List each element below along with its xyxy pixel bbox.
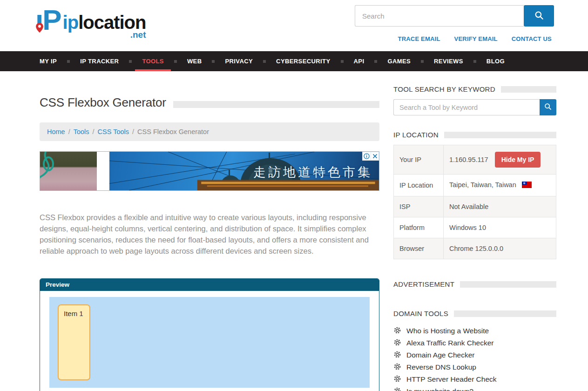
tool-search-input[interactable] [393, 99, 540, 115]
nav-item-api[interactable]: API [347, 51, 372, 71]
main-nav: MY IP IP TRACKER TOOLS WEB PRIVACY CYBER… [0, 51, 588, 71]
ad-controls [362, 152, 379, 161]
breadcrumb-home-link[interactable]: Home [47, 128, 65, 135]
nav-item-games[interactable]: GAMES [380, 51, 418, 71]
nav-item-privacy[interactable]: PRIVACY [218, 51, 260, 71]
ip-row-label: ISP [394, 196, 444, 217]
ad-info-icon[interactable] [363, 152, 371, 160]
verify-email-link[interactable]: VERIFY EMAIL [454, 35, 498, 42]
gear-icon [393, 375, 401, 384]
ip-row-label: Browser [394, 238, 444, 259]
nav-separator-icon [341, 60, 344, 63]
ad-close-icon[interactable] [371, 152, 378, 160]
trace-email-link[interactable]: TRACE EMAIL [398, 35, 440, 42]
heading-decoration-bar [501, 86, 556, 93]
nav-separator-icon [67, 60, 70, 63]
list-item[interactable]: Reverse DNS Lookup [393, 361, 556, 373]
ip-location-value: Taipei, Taiwan, Taiwan [449, 181, 516, 189]
contact-us-link[interactable]: CONTACT US [512, 35, 552, 42]
list-item[interactable]: Alexa Traffic Rank Checker [393, 337, 556, 349]
ip-row-value: Taipei, Taiwan, Taiwan [444, 175, 556, 196]
header-links: TRACE EMAIL VERIFY EMAIL CONTACT US [398, 35, 552, 42]
list-item[interactable]: HTTP Server Header Check [393, 373, 556, 385]
site-logo[interactable]: ıP iplocation .net [35, 2, 146, 40]
heading-decoration-bar [454, 310, 556, 317]
table-row: Your IP 1.160.95.117 Hide My IP [394, 145, 556, 175]
logo-text: iplocation .net [63, 13, 146, 40]
domain-tool-link[interactable]: HTTP Server Header Check [406, 375, 497, 384]
nav-item-tools[interactable]: TOOLS [135, 51, 171, 71]
domain-tool-link[interactable]: Is my website down? [406, 387, 473, 391]
content-column: CSS Flexbox Generator Home/Tools/CSS Too… [40, 95, 379, 391]
tool-search-box [393, 99, 556, 115]
nav-item-web[interactable]: WEB [180, 51, 209, 71]
logo-text-ip: ip [63, 12, 79, 33]
nav-separator-icon [374, 60, 377, 63]
domain-tool-link[interactable]: Alexa Traffic Rank Checker [406, 339, 494, 347]
table-row: ISP Not Available [394, 196, 556, 217]
advertisement-heading-label: ADVERTISEMENT [393, 280, 454, 288]
tool-search-button[interactable] [540, 99, 556, 115]
nav-item-ip-tracker[interactable]: IP TRACKER [73, 51, 126, 71]
domain-tool-link[interactable]: Domain Age Checker [406, 351, 474, 359]
nav-separator-icon [473, 60, 476, 63]
tool-description: CSS Flexbox provides a flexible and intu… [40, 212, 370, 256]
nav-separator-icon [263, 60, 266, 63]
flexbox-preview-container: Item 1 [49, 297, 370, 388]
domain-tool-link[interactable]: Reverse DNS Lookup [406, 363, 476, 371]
tool-search-heading: TOOL SEARCH BY KEYWORD [393, 85, 556, 93]
list-item[interactable]: Who is Hosting a Website [393, 325, 556, 337]
title-row: CSS Flexbox Generator [40, 95, 379, 110]
ad-left-image [40, 152, 97, 190]
nav-item-blog[interactable]: BLOG [480, 51, 512, 71]
preview-panel-body: Item 1 [40, 291, 379, 391]
hide-my-ip-button[interactable]: Hide My IP [495, 152, 541, 168]
ip-row-value: Chrome 125.0.0.0 [444, 238, 556, 259]
location-pin-icon [36, 5, 43, 41]
ip-location-table: Your IP 1.160.95.117 Hide My IP IP Locat… [393, 145, 556, 259]
breadcrumb-tools-link[interactable]: Tools [74, 128, 89, 135]
heading-decoration-bar [460, 281, 556, 288]
search-icon [534, 10, 544, 22]
heading-decoration-bar [444, 132, 556, 138]
ip-location-heading: IP LOCATION [393, 131, 556, 139]
nav-separator-icon [129, 60, 132, 63]
ad-banner[interactable]: 走訪地道特色市集 [40, 151, 379, 191]
domain-tool-link[interactable]: Who is Hosting a Website [406, 327, 489, 335]
nav-item-cybersecurity[interactable]: CYBERSECURITY [269, 51, 337, 71]
gear-icon [393, 351, 401, 360]
header-search-button[interactable] [524, 5, 554, 27]
tool-search-heading-label: TOOL SEARCH BY KEYWORD [393, 85, 495, 93]
logo-mark: ıP [35, 2, 61, 38]
advertisement-heading: ADVERTISEMENT [393, 280, 556, 288]
ip-row-label: Your IP [394, 145, 444, 175]
site-header: ıP iplocation .net TRACE EMAIL VERIFY EM… [0, 0, 588, 51]
breadcrumb-css-tools-link[interactable]: CSS Tools [98, 128, 129, 135]
domain-tools-list: Who is Hosting a Website Alexa Traffic R… [393, 325, 556, 391]
breadcrumb-separator: / [132, 128, 134, 135]
ad-main-image: 走訪地道特色市集 [109, 152, 379, 190]
search-icon [544, 102, 552, 112]
table-row: Platform Windows 10 [394, 217, 556, 238]
nav-separator-icon [212, 60, 215, 63]
table-row: IP Location Taipei, Taiwan, Taiwan [394, 175, 556, 196]
sidebar: TOOL SEARCH BY KEYWORD IP LOCATION Your … [393, 85, 556, 391]
nav-item-reviews[interactable]: REVIEWS [427, 51, 470, 71]
page-title: CSS Flexbox Generator [40, 95, 166, 110]
header-search-input[interactable] [355, 5, 524, 27]
nav-item-my-ip[interactable]: MY IP [33, 51, 64, 71]
domain-tools-heading: DOMAIN TOOLS [393, 310, 556, 317]
breadcrumb-separator: / [93, 128, 95, 135]
header-search [355, 5, 554, 27]
ip-location-heading-label: IP LOCATION [393, 131, 439, 139]
list-item[interactable]: Domain Age Checker [393, 349, 556, 361]
ip-row-label: IP Location [394, 175, 444, 196]
ip-row-value: Not Available [444, 196, 556, 217]
breadcrumb-separator: / [68, 128, 70, 135]
ad-gap [97, 152, 109, 190]
gear-icon [393, 387, 401, 391]
breadcrumb: Home/Tools/CSS Tools/CSS Flexbox Generat… [40, 122, 379, 141]
gear-icon [393, 338, 401, 348]
list-item[interactable]: Is my website down? [393, 385, 556, 391]
flex-item-1[interactable]: Item 1 [58, 304, 90, 380]
